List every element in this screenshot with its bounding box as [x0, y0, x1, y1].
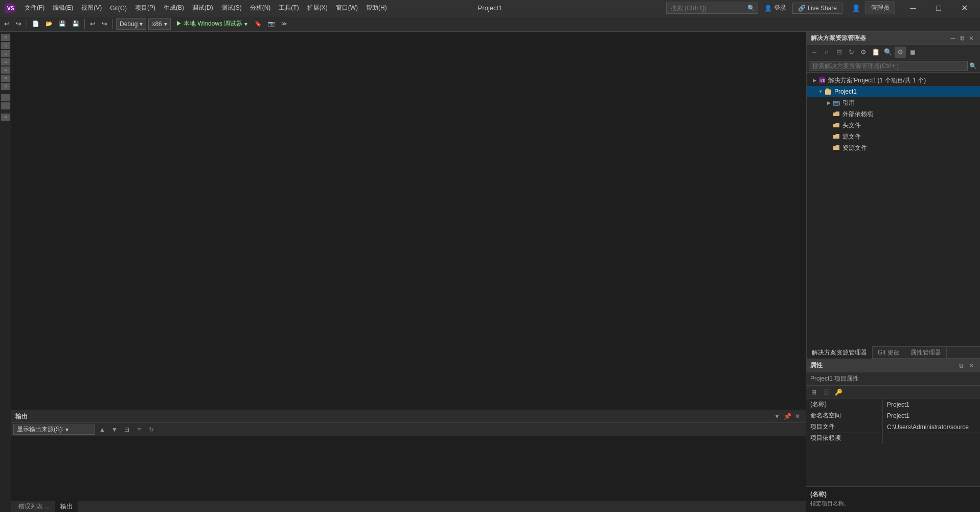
- menu-analyze[interactable]: 分析(N): [246, 2, 275, 14]
- sidebar-icon-2[interactable]: ≡: [1, 42, 10, 49]
- output-down-button[interactable]: ▼: [109, 425, 120, 435]
- undo2-button[interactable]: ↩: [88, 19, 98, 29]
- sidebar-icon-10[interactable]: ≡: [1, 114, 10, 121]
- menu-tools[interactable]: 工具(T): [275, 2, 303, 14]
- minimize-button[interactable]: ─: [901, 0, 925, 16]
- platform-dropdown[interactable]: x86 ▾: [148, 18, 170, 30]
- output-close-button[interactable]: ✕: [793, 412, 802, 421]
- tree-project[interactable]: ▼ Project1: [807, 86, 980, 97]
- tree-header-files[interactable]: ▶ 头文件: [807, 120, 980, 131]
- project-expand-icon: ▼: [817, 88, 824, 95]
- props-grid-button[interactable]: ⊞: [808, 387, 819, 398]
- restore-button[interactable]: □: [927, 0, 950, 16]
- props-description: (名称) 指定项目名称。: [806, 486, 980, 512]
- live-share-button[interactable]: 🔗 Live Share: [792, 3, 842, 14]
- tree-solution[interactable]: ▶ VS 解决方案'Project1'(1 个项目/共 1 个): [807, 75, 980, 86]
- output-stop-button[interactable]: ⊟: [122, 425, 132, 435]
- se-home-button[interactable]: ⌂: [821, 47, 832, 58]
- menu-file[interactable]: 文件(F): [20, 2, 49, 14]
- menu-view[interactable]: 视图(V): [77, 2, 106, 14]
- redo2-button[interactable]: ↪: [100, 19, 109, 29]
- se-tab-solution[interactable]: 解决方案资源管理器: [807, 346, 873, 359]
- bottom-tabs: 错误列表 ... 输出: [11, 501, 806, 512]
- more-toolbar-button[interactable]: ≫: [279, 19, 289, 28]
- se-settings-button[interactable]: ⚙: [858, 47, 869, 58]
- se-refresh-button[interactable]: ↻: [846, 47, 857, 58]
- run-button[interactable]: ▶ 本地 Windows 调试器 ▾: [173, 18, 251, 30]
- props-row-file[interactable]: 项目文件 C:\Users\Administrator\source: [806, 421, 980, 433]
- se-filter-button[interactable]: 🔍: [882, 47, 894, 58]
- output-collapse-button[interactable]: ▾: [772, 412, 782, 421]
- props-row-deps[interactable]: 项目依赖项: [806, 433, 980, 444]
- props-sort-button[interactable]: 🔑: [833, 387, 844, 398]
- menu-git[interactable]: Git(G): [106, 3, 131, 14]
- props-float-button[interactable]: ⧉: [956, 361, 966, 370]
- props-close-button[interactable]: ✕: [967, 361, 976, 370]
- menu-window[interactable]: 窗口(W): [332, 2, 362, 14]
- props-label-name: (名称): [806, 399, 883, 410]
- bookmark-button[interactable]: 🔖: [253, 19, 264, 28]
- sidebar-icon-9[interactable]: ─: [1, 102, 10, 109]
- sidebar-icon-5[interactable]: ≡: [1, 66, 10, 74]
- se-properties-button[interactable]: ⚙: [895, 47, 906, 58]
- se-tab-git[interactable]: Git 更改: [873, 346, 905, 359]
- project-icon: [824, 88, 832, 95]
- sidebar-icon-6[interactable]: ≡: [1, 75, 10, 82]
- props-row-namespace[interactable]: 命名名空间 Project1: [806, 410, 980, 421]
- new-file-button[interactable]: 📄: [30, 19, 41, 28]
- menu-test[interactable]: 测试(S): [217, 2, 246, 14]
- sidebar-icon-8[interactable]: ─: [1, 94, 10, 101]
- se-show-all-button[interactable]: 📋: [870, 47, 881, 58]
- output-word-wrap-button[interactable]: ↻: [146, 425, 156, 435]
- open-file-button[interactable]: 📂: [43, 19, 55, 28]
- se-collapse-all-button[interactable]: ⊟: [833, 47, 845, 58]
- close-button[interactable]: ✕: [952, 0, 976, 16]
- save-all-button[interactable]: 💾: [70, 19, 81, 28]
- platform-label: x86: [152, 20, 162, 28]
- sidebar-icon-7[interactable]: ≡: [1, 83, 10, 90]
- props-list-button[interactable]: ☰: [821, 387, 832, 398]
- login-button[interactable]: 👤 登录: [760, 3, 790, 13]
- menu-debug[interactable]: 调试(D): [188, 2, 217, 14]
- se-float-button[interactable]: ⧉: [958, 34, 967, 43]
- sidebar-icon-4[interactable]: ≡: [1, 58, 10, 65]
- tree-resource-files[interactable]: ▶ 资源文件: [807, 142, 980, 153]
- external-deps-icon: [832, 110, 840, 118]
- se-pin-button[interactable]: ─: [948, 34, 958, 43]
- sidebar-icon-3[interactable]: ≡: [1, 50, 10, 57]
- config-dropdown[interactable]: Debug ▾: [116, 18, 146, 30]
- title-search-input[interactable]: [666, 3, 758, 14]
- se-search-input[interactable]: [809, 61, 968, 71]
- editor-main[interactable]: [11, 32, 806, 410]
- output-pin-button[interactable]: 📌: [783, 412, 792, 421]
- save-button[interactable]: 💾: [57, 19, 68, 28]
- camera-button[interactable]: 📷: [266, 19, 277, 28]
- manage-button[interactable]: 管理员: [865, 2, 895, 14]
- tree-external-deps[interactable]: ▶ 外部依赖项: [807, 108, 980, 120]
- redo-button[interactable]: ↪: [14, 19, 24, 29]
- menu-project[interactable]: 项目(P): [131, 2, 159, 14]
- output-source-dropdown[interactable]: 显示输出来源(S): ▾: [13, 425, 95, 435]
- menu-extensions[interactable]: 扩展(X): [303, 2, 332, 14]
- se-close-button[interactable]: ✕: [967, 34, 976, 43]
- toolbar: ↩ ↪ 📄 📂 💾 💾 ↩ ↪ Debug ▾ x86 ▾ ▶ 本地 Windo…: [0, 16, 980, 32]
- output-up-button[interactable]: ▲: [97, 425, 107, 435]
- menu-build[interactable]: 生成(B): [159, 2, 188, 14]
- props-row-name[interactable]: (名称) Project1: [806, 399, 980, 410]
- menu-edit[interactable]: 编辑(E): [49, 2, 77, 14]
- account-icon[interactable]: 👤: [849, 4, 863, 12]
- login-label: 登录: [774, 4, 786, 12]
- sidebar-icon-1[interactable]: ≡: [1, 34, 10, 41]
- tab-error-list[interactable]: 错误列表 ...: [13, 501, 55, 512]
- se-back-button[interactable]: ←: [809, 47, 820, 58]
- undo-button[interactable]: ↩: [2, 19, 12, 29]
- tree-references[interactable]: ▶ 引用: [807, 97, 980, 108]
- props-pin-button[interactable]: ─: [946, 361, 955, 370]
- menu-help[interactable]: 帮助(H): [362, 2, 391, 14]
- output-clear-button[interactable]: ≡: [134, 425, 144, 435]
- tab-output[interactable]: 输出: [55, 501, 78, 512]
- output-source-arrow-icon: ▾: [65, 426, 69, 433]
- tree-source-files[interactable]: ▶ 源文件: [807, 131, 980, 142]
- se-tab-props-mgr[interactable]: 属性管理器: [905, 346, 947, 359]
- se-preview-button[interactable]: ◼: [907, 47, 918, 58]
